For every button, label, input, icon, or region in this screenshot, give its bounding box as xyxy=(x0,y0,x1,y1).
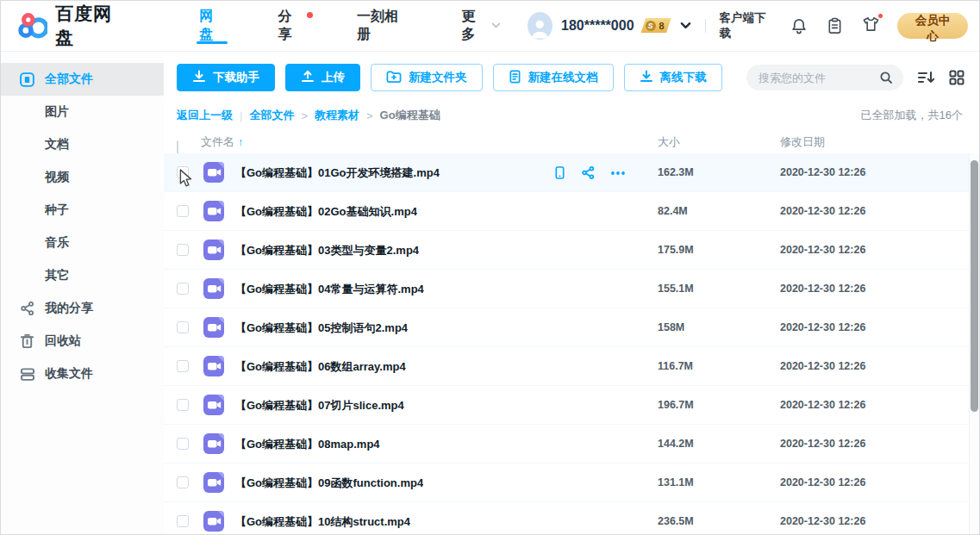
file-row[interactable]: 【Go编程基础】04常量与运算符.mp4 155.1M 2020-12-30 1… xyxy=(164,270,980,308)
toolbar-button-label: 新建在线文档 xyxy=(528,70,598,85)
search-icon[interactable] xyxy=(879,71,893,84)
task-clipboard-icon[interactable] xyxy=(827,17,843,34)
file-name[interactable]: 【Go编程基础】07切片slice.mp4 xyxy=(235,386,404,425)
file-row[interactable]: 【Go编程基础】10结构struct.mp4 236.5M 2020-12-30… xyxy=(164,502,980,535)
send-to-phone-icon[interactable] xyxy=(553,165,566,180)
file-name[interactable]: 【Go编程基础】09函数function.mp4 xyxy=(235,463,423,502)
toolbar-buttons: 下载助手 上传 新建文件夹 新建在线文档 离线下载 xyxy=(177,64,722,91)
sidebar-item-label: 收集文件 xyxy=(45,366,93,382)
sidebar-item-种子[interactable]: 种子 xyxy=(0,194,164,227)
sidebar-item-回收站[interactable]: 回收站 xyxy=(0,325,164,358)
row-checkbox[interactable] xyxy=(177,321,189,333)
vip-badge[interactable]: S 8 xyxy=(641,18,671,33)
file-row[interactable]: 【Go编程基础】05控制语句2.mp4 158M 2020-12-30 12:2… xyxy=(164,308,980,347)
notification-bell-icon[interactable] xyxy=(790,17,808,34)
file-name[interactable]: 【Go编程基础】08map.mp4 xyxy=(235,425,380,463)
row-checkbox[interactable] xyxy=(177,476,189,488)
nav-item-一刻相册[interactable]: 一刻相册 xyxy=(330,0,434,51)
client-download-link[interactable]: 客户端下载 xyxy=(720,10,771,41)
column-date[interactable]: 修改日期 xyxy=(780,130,825,153)
file-name[interactable]: 【Go编程基础】04常量与运算符.mp4 xyxy=(235,270,424,308)
sidebar-item-其它[interactable]: 其它 xyxy=(0,259,164,292)
file-name[interactable]: 【Go编程基础】06数组array.mp4 xyxy=(235,347,406,386)
row-checkbox[interactable] xyxy=(177,360,189,372)
sidebar-item-视频[interactable]: 视频 xyxy=(0,161,164,194)
toolbar-button-label: 上传 xyxy=(321,70,345,85)
sidebar-item-图片[interactable]: 图片 xyxy=(0,96,164,128)
member-center-button[interactable]: 会员中心 xyxy=(897,13,968,39)
sidebar-item-全部文件[interactable]: 全部文件 xyxy=(0,63,164,96)
row-checkbox[interactable] xyxy=(177,244,189,256)
sidebar-item-label: 全部文件 xyxy=(45,72,93,87)
row-checkbox[interactable] xyxy=(177,399,189,411)
sidebar-item-音乐[interactable]: 音乐 xyxy=(0,227,164,259)
video-file-icon xyxy=(201,353,227,379)
toolbar-button-离线下载[interactable]: 离线下载 xyxy=(624,64,722,91)
file-size: 155.1M xyxy=(658,270,694,308)
nav-red-dot xyxy=(307,12,313,18)
search-input[interactable] xyxy=(758,72,879,84)
nav-item-分享[interactable]: 分享 xyxy=(251,0,330,51)
file-row[interactable]: 【Go编程基础】07切片slice.mp4 196.7M 2020-12-30 … xyxy=(164,386,980,425)
toolbar-button-icon xyxy=(192,70,206,85)
file-date: 2020-12-30 12:26 xyxy=(780,270,865,308)
file-row[interactable]: 【Go编程基础】01Go开发环境搭建.mp4 162.3M 2020-12-30… xyxy=(164,153,980,192)
all-files-icon xyxy=(19,72,35,88)
sidebar-item-文档[interactable]: 文档 xyxy=(0,128,164,161)
toolbar-button-新建在线文档[interactable]: 新建在线文档 xyxy=(493,64,614,91)
more-actions-icon[interactable] xyxy=(610,171,626,176)
column-name[interactable]: 文件名↑ xyxy=(201,130,244,153)
baidu-netdisk-logo-icon xyxy=(18,12,47,39)
main-content: 下载助手 上传 新建文件夹 新建在线文档 离线下载 返回上一级 | 全部文件 >… xyxy=(164,53,980,535)
app-logo[interactable]: 百度网盘 xyxy=(0,2,128,50)
sort-list-icon[interactable] xyxy=(917,70,935,85)
toolbar-button-下载助手[interactable]: 下载助手 xyxy=(177,64,275,91)
nav-item-label: 一刻相册 xyxy=(357,8,408,44)
column-size[interactable]: 大小 xyxy=(658,130,680,153)
username[interactable]: 180*****000 xyxy=(561,18,634,34)
toolbar-button-label: 离线下载 xyxy=(660,70,707,85)
user-menu-chevron-down-icon[interactable] xyxy=(680,22,691,29)
file-name[interactable]: 【Go编程基础】10结构struct.mp4 xyxy=(235,502,410,535)
video-file-icon xyxy=(201,470,227,495)
breadcrumb-folder[interactable]: 教程素材 xyxy=(315,108,359,123)
row-checkbox[interactable] xyxy=(177,283,189,295)
file-name[interactable]: 【Go编程基础】01Go开发环境搭建.mp4 xyxy=(235,153,440,192)
file-row[interactable]: 【Go编程基础】09函数function.mp4 131.1M 2020-12-… xyxy=(164,463,980,502)
file-date: 2020-12-30 12:26 xyxy=(780,386,865,425)
file-row[interactable]: 【Go编程基础】08map.mp4 144.2M 2020-12-30 12:2… xyxy=(164,425,980,463)
scrollbar-thumb[interactable] xyxy=(971,160,978,412)
sidebar-item-收集文件[interactable]: 收集文件 xyxy=(0,358,164,390)
file-date: 2020-12-30 12:26 xyxy=(780,308,865,347)
back-up-level-link[interactable]: 返回上一级 xyxy=(177,108,233,123)
nav-item-更多[interactable]: 更多 xyxy=(434,0,527,51)
row-checkbox[interactable] xyxy=(177,166,189,178)
toolbar-button-新建文件夹[interactable]: 新建文件夹 xyxy=(371,64,483,91)
sidebar-item-label: 图片 xyxy=(45,104,69,120)
nav-item-网盘[interactable]: 网盘 xyxy=(172,0,252,51)
file-name[interactable]: 【Go编程基础】03类型与变量2.mp4 xyxy=(235,231,419,270)
toolbar-button-label: 下载助手 xyxy=(213,70,259,85)
user-avatar[interactable] xyxy=(527,12,552,40)
file-row[interactable]: 【Go编程基础】02Go基础知识.mp4 82.4M 2020-12-30 12… xyxy=(164,192,980,231)
breadcrumb-all-files[interactable]: 全部文件 xyxy=(249,108,294,123)
sidebar-item-label: 文档 xyxy=(45,137,69,152)
file-row[interactable]: 【Go编程基础】03类型与变量2.mp4 175.9M 2020-12-30 1… xyxy=(164,231,980,270)
row-checkbox[interactable] xyxy=(177,205,189,217)
top-header: 百度网盘 网盘 分享 一刻相册 更多 180*****000 S 8 客户端下载 xyxy=(0,0,980,52)
sidebar-item-我的分享[interactable]: 我的分享 xyxy=(0,292,164,325)
file-name[interactable]: 【Go编程基础】05控制语句2.mp4 xyxy=(235,308,408,347)
toolbar: 下载助手 上传 新建文件夹 新建在线文档 离线下载 xyxy=(177,64,964,91)
toolbar-button-icon xyxy=(386,70,402,86)
vip-level: 8 xyxy=(659,21,665,31)
file-name[interactable]: 【Go编程基础】02Go基础知识.mp4 xyxy=(235,192,417,231)
toolbar-button-上传[interactable]: 上传 xyxy=(285,64,360,91)
file-row[interactable]: 【Go编程基础】06数组array.mp4 116.7M 2020-12-30 … xyxy=(164,347,980,386)
share-icon[interactable] xyxy=(581,165,596,180)
row-checkbox[interactable] xyxy=(177,438,189,450)
toolbar-right xyxy=(746,65,964,90)
row-checkbox[interactable] xyxy=(177,515,189,527)
dress-up-tshirt-icon[interactable] xyxy=(862,16,880,36)
grid-view-icon[interactable] xyxy=(949,70,964,85)
app-title: 百度网盘 xyxy=(55,2,128,50)
